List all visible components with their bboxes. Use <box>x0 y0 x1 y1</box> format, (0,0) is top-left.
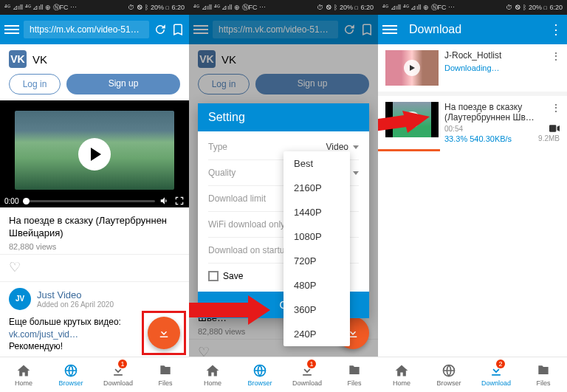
refresh-icon[interactable] <box>154 23 167 36</box>
video-title: На поезде в сказку (Лаутербруннен Швейца… <box>9 215 180 240</box>
quality-option[interactable]: 480P <box>284 273 350 298</box>
checkbox-icon[interactable] <box>208 271 219 281</box>
download-thumbnail <box>385 102 439 137</box>
quality-option[interactable]: Best <box>284 151 350 176</box>
download-thumbnail <box>385 50 439 86</box>
nav-browser[interactable]: Browser <box>236 357 284 392</box>
channel-row[interactable]: JV Just Video Added on 26 April 2020 <box>0 281 189 316</box>
play-icon[interactable] <box>78 138 111 171</box>
fullscreen-icon[interactable] <box>174 196 185 206</box>
modal-title: Setting <box>198 103 369 131</box>
signup-button[interactable]: Sign up <box>66 74 180 94</box>
auth-row: Log in Sign up <box>0 74 189 100</box>
menu-icon[interactable] <box>4 25 19 34</box>
nav-home[interactable]: Home <box>0 357 47 392</box>
screen-browser: ⁴ᴳ ⊿ıll ⁴ᴳ ⊿ıll ⊕ ⓃFC ⋯ ⏱ 🛇 ᛒ 20% ▢ 6:20… <box>0 0 189 392</box>
channel-avatar-icon: JV <box>9 288 31 310</box>
nav-browser[interactable]: Browser <box>425 357 472 392</box>
quality-dropdown: Best 2160P 1440P 1080P 720P 480P 360P 24… <box>284 151 350 346</box>
item-more-icon[interactable]: ⋮ <box>551 102 561 114</box>
bottom-nav: Home Browser 1Download Files <box>0 357 189 392</box>
status-bar: ⁴ᴳ ⊿ıll ⁴ᴳ ⊿ıll ⊕ ⓃFC ⋯ ⏱ 🛇 ᛒ 20% ▢ 6:20 <box>378 0 567 15</box>
nav-download[interactable]: 1Download <box>284 357 331 392</box>
nav-files[interactable]: Files <box>331 357 378 392</box>
desc-link[interactable]: vk.com/just_vid… <box>9 329 78 340</box>
nav-home[interactable]: Home <box>189 357 236 392</box>
nav-download[interactable]: 1Download <box>94 357 142 392</box>
quality-option[interactable]: 240P <box>284 322 350 346</box>
progress-bar <box>378 149 440 151</box>
download-title: J-Rock_Hotlist <box>444 50 560 61</box>
video-controls: 0:00 <box>4 196 185 206</box>
volume-icon[interactable] <box>159 196 170 206</box>
browser-toolbar: https://m.vk.com/video-5118… <box>0 15 189 44</box>
channel-name: Just Video <box>37 289 114 300</box>
channel-date: Added on 26 April 2020 <box>37 300 114 309</box>
caret-down-icon <box>353 145 359 149</box>
bookmark-icon[interactable] <box>360 23 374 36</box>
current-time: 0:00 <box>4 197 18 205</box>
download-size: 9.2MB <box>538 134 560 142</box>
download-content: J-Rock_Hotlist Downloading… ⋮ На поезде … <box>378 44 567 392</box>
download-fab[interactable] <box>148 317 180 349</box>
bottom-nav: Home Browser 1Download Files <box>189 357 378 392</box>
download-status: Downloading… <box>444 63 560 72</box>
status-bar: ⁴ᴳ ⊿ıll ⁴ᴳ ⊿ıll ⊕ ⓃFC ⋯ ⏱ 🛇 ᛒ 20% ▢ 6:20 <box>189 0 378 15</box>
more-icon[interactable]: ⋮ <box>549 21 563 38</box>
refresh-icon[interactable] <box>343 23 356 36</box>
play-icon <box>404 60 420 76</box>
page-title: Download <box>409 23 461 36</box>
nav-home[interactable]: Home <box>378 357 425 392</box>
screen-settings: ⁴ᴳ ⊿ıll ⁴ᴳ ⊿ıll ⊕ ⓃFC ⋯ ⏱ 🛇 ᛒ 20% ▢ 6:20… <box>189 0 378 392</box>
menu-icon[interactable] <box>193 25 208 34</box>
quality-option[interactable]: 1080P <box>284 224 350 249</box>
quality-option[interactable]: 1440P <box>284 200 350 224</box>
quality-option[interactable]: 720P <box>284 249 350 273</box>
quality-option[interactable]: 2160P <box>284 176 350 200</box>
vk-name: VK <box>32 53 47 66</box>
vk-header: VK VK <box>0 44 189 74</box>
item-more-icon[interactable]: ⋮ <box>551 50 561 62</box>
status-bar: ⁴ᴳ ⊿ıll ⁴ᴳ ⊿ıll ⊕ ⓃFC ⋯ ⏱ 🛇 ᛒ 20% ▢ 6:20 <box>0 0 189 15</box>
nav-files[interactable]: Files <box>520 357 567 392</box>
download-toolbar: Download ⋮ <box>378 15 567 44</box>
bookmark-icon[interactable] <box>171 23 185 36</box>
url-field[interactable]: https://m.vk.com/video-5118… <box>24 21 149 38</box>
quality-option[interactable]: 360P <box>284 298 350 322</box>
svg-rect-3 <box>549 125 556 132</box>
video-player[interactable]: 0:00 <box>0 100 189 207</box>
nav-download[interactable]: 2Download <box>472 357 520 392</box>
vk-logo-icon: VK <box>9 50 27 68</box>
bottom-nav: Home Browser 2Download Files <box>378 357 567 392</box>
download-title: На поезде в сказку (Лаутербруннен Шв… <box>444 102 560 123</box>
login-button[interactable]: Log in <box>9 74 61 94</box>
download-item[interactable]: На поезде в сказку (Лаутербруннен Шв… 00… <box>378 96 567 149</box>
video-icon <box>549 125 560 132</box>
like-icon[interactable]: ♡ <box>0 255 189 281</box>
screen-download-list: ⁴ᴳ ⊿ıll ⁴ᴳ ⊿ıll ⊕ ⓃFC ⋯ ⏱ 🛇 ᛒ 20% ▢ 6:20… <box>378 0 567 392</box>
download-icon <box>157 326 171 340</box>
play-icon <box>404 111 420 128</box>
download-duration: 00:54 <box>444 125 463 133</box>
nav-files[interactable]: Files <box>142 357 189 392</box>
menu-icon[interactable] <box>382 25 397 34</box>
download-progress: 33.3% 540.30KB/s <box>444 134 512 143</box>
video-info: На поезде в сказку (Лаутербруннен Швейца… <box>0 207 189 255</box>
download-item[interactable]: J-Rock_Hotlist Downloading… ⋮ <box>378 44 567 92</box>
nav-browser[interactable]: Browser <box>47 357 94 392</box>
url-field[interactable]: https://m.vk.com/video-5118… <box>213 21 338 38</box>
browser-toolbar: https://m.vk.com/video-5118… <box>189 15 378 44</box>
video-views: 82,880 views <box>9 242 180 251</box>
seek-bar[interactable] <box>23 200 155 202</box>
